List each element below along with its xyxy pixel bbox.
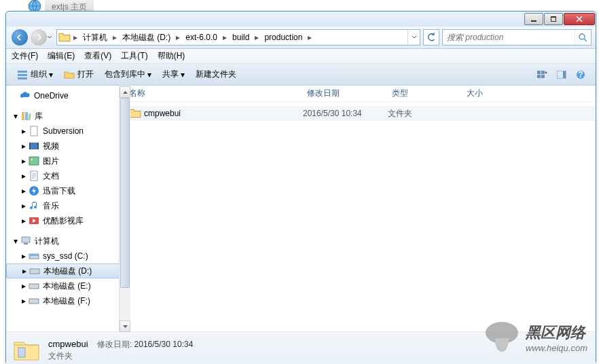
tree-onedrive[interactable]: OneDrive xyxy=(6,88,124,103)
svg-rect-17 xyxy=(29,143,39,149)
music-icon xyxy=(29,200,39,211)
help-button[interactable]: ? xyxy=(572,67,589,83)
expand-icon[interactable]: ▸ xyxy=(20,268,28,275)
file-name: cmpwebui xyxy=(144,109,303,118)
tree-documents[interactable]: ▸文档 xyxy=(6,168,124,183)
chevron-right-icon[interactable]: ▸ xyxy=(72,33,79,42)
expand-icon[interactable]: ▸ xyxy=(20,143,27,150)
crumb-computer[interactable]: 计算机 xyxy=(79,30,111,45)
picture-icon xyxy=(29,156,39,166)
col-size[interactable]: 大小 xyxy=(462,88,596,99)
tree-subversion[interactable]: ▸Subversion xyxy=(6,124,124,139)
search-box[interactable] xyxy=(442,29,591,46)
search-icon[interactable] xyxy=(575,30,591,45)
tree-drive-f[interactable]: ▸本地磁盘 (F:) xyxy=(6,293,124,308)
tree-drive-c[interactable]: ▸sys_ssd (C:) xyxy=(6,249,124,263)
tree-pictures[interactable]: ▸图片 xyxy=(6,153,124,168)
organize-button[interactable]: 组织 ▾ xyxy=(12,64,58,85)
sidebar-scrollbar[interactable] xyxy=(119,86,130,332)
libraries-icon xyxy=(20,111,31,122)
expand-icon[interactable]: ▸ xyxy=(20,187,27,195)
tree-drive-d[interactable]: ▸本地磁盘 (D:) xyxy=(6,263,123,278)
crumb-ext[interactable]: ext-6.0.0 xyxy=(181,30,221,45)
scroll-down[interactable] xyxy=(120,321,130,332)
menu-help[interactable]: 帮助(H) xyxy=(158,50,185,62)
svg-rect-2 xyxy=(18,71,27,73)
breadcrumb[interactable]: ▸ 计算机 ▸ 本地磁盘 (D:) ▸ ext-6.0.0 ▸ build ▸ … xyxy=(56,29,420,46)
col-type[interactable]: 类型 xyxy=(388,88,462,99)
expand-icon[interactable]: ▾ xyxy=(12,238,19,245)
expand-icon[interactable]: ▸ xyxy=(20,202,27,210)
col-name[interactable]: 名称 xyxy=(125,88,303,99)
chevron-right-icon[interactable]: ▸ xyxy=(306,33,313,42)
column-headers: 名称 修改日期 类型 大小 xyxy=(125,86,596,102)
forward-button[interactable] xyxy=(29,29,48,46)
chevron-right-icon[interactable]: ▸ xyxy=(175,33,181,42)
document-icon xyxy=(29,170,39,181)
svg-rect-14 xyxy=(25,112,28,120)
expand-icon[interactable]: ▸ xyxy=(20,253,27,260)
crumb-drive[interactable]: 本地磁盘 (D:) xyxy=(118,30,175,45)
file-type: 文件夹 xyxy=(388,108,412,120)
tree-videos[interactable]: ▸视频 xyxy=(6,139,124,153)
svg-rect-25 xyxy=(22,237,30,242)
svg-point-21 xyxy=(31,159,33,161)
expand-icon[interactable]: ▾ xyxy=(12,113,19,120)
history-dropdown[interactable] xyxy=(47,35,52,40)
svg-rect-8 xyxy=(541,75,545,78)
menu-edit[interactable]: 编辑(E) xyxy=(48,50,75,62)
scroll-up[interactable] xyxy=(120,86,130,98)
newfolder-button[interactable]: 新建文件夹 xyxy=(190,64,242,85)
scroll-thumb[interactable] xyxy=(120,98,130,288)
svg-rect-28 xyxy=(29,254,39,256)
chevron-right-icon[interactable]: ▸ xyxy=(111,33,118,42)
expand-icon[interactable]: ▸ xyxy=(20,128,27,135)
svg-rect-10 xyxy=(563,71,566,78)
svg-rect-20 xyxy=(29,157,39,165)
tree-thunder[interactable]: ▸迅雷下载 xyxy=(6,183,124,198)
folder-large-icon xyxy=(12,335,41,365)
expand-icon[interactable]: ▸ xyxy=(20,158,27,165)
maximize-button[interactable] xyxy=(544,13,563,25)
open-button[interactable]: 打开 xyxy=(58,64,99,85)
tree-music[interactable]: ▸音乐 xyxy=(6,198,124,213)
tree-youku[interactable]: ▸优酷影视库 xyxy=(6,213,124,228)
chevron-right-icon[interactable]: ▸ xyxy=(221,33,228,42)
menu-file[interactable]: 文件(F) xyxy=(12,50,38,62)
menu-tools[interactable]: 工具(T) xyxy=(121,50,147,62)
col-date[interactable]: 修改日期 xyxy=(303,88,388,99)
preview-pane-button[interactable] xyxy=(553,67,570,83)
titlebar xyxy=(6,12,596,26)
view-options-button[interactable] xyxy=(534,67,551,83)
breadcrumb-dropdown[interactable] xyxy=(407,30,420,45)
folder-icon xyxy=(129,108,141,119)
tree-computer[interactable]: ▾ 计算机 xyxy=(6,234,124,249)
expand-icon[interactable]: ▸ xyxy=(20,217,27,225)
details-date: 2016/5/30 10:34 xyxy=(134,340,194,349)
search-input[interactable] xyxy=(443,33,575,42)
back-button[interactable] xyxy=(10,29,29,46)
explorer-window: ▸ 计算机 ▸ 本地磁盘 (D:) ▸ ext-6.0.0 ▸ build ▸ … xyxy=(5,11,596,363)
cloud-icon xyxy=(20,90,31,101)
refresh-button[interactable] xyxy=(423,29,439,46)
drive-icon xyxy=(29,295,39,306)
crumb-build[interactable]: build xyxy=(228,30,253,45)
svg-rect-3 xyxy=(18,74,27,76)
expand-icon[interactable]: ▸ xyxy=(20,172,27,180)
share-button[interactable]: 共享 ▾ xyxy=(157,64,190,85)
expand-icon[interactable]: ▸ xyxy=(20,283,27,290)
crumb-production[interactable]: production xyxy=(260,30,306,45)
chevron-right-icon[interactable]: ▸ xyxy=(253,33,260,42)
svg-rect-18 xyxy=(29,143,31,149)
svg-rect-7 xyxy=(537,75,541,78)
list-item[interactable]: cmpwebui 2016/5/30 10:34 文件夹 xyxy=(125,106,596,121)
close-button[interactable] xyxy=(564,13,595,25)
expand-icon[interactable]: ▸ xyxy=(20,297,27,305)
tree-drive-e[interactable]: ▸本地磁盘 (E:) xyxy=(6,278,124,293)
menu-view[interactable]: 查看(V) xyxy=(84,50,111,62)
svg-rect-29 xyxy=(30,269,39,274)
include-button[interactable]: 包含到库中 ▾ xyxy=(99,64,157,85)
minimize-button[interactable] xyxy=(524,13,543,25)
tree-libraries[interactable]: ▾ 库 xyxy=(6,109,124,124)
svg-rect-4 xyxy=(18,77,27,79)
